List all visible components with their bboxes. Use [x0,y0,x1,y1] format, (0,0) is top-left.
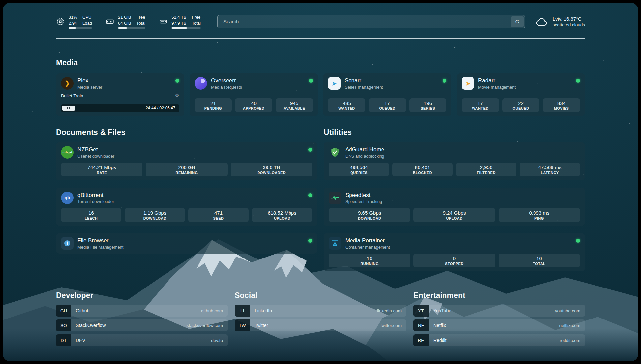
app-subtitle: Torrent downloader [77,199,114,204]
weather-location-temp: Lviv, 16.87°C [553,16,585,22]
settings-gear-icon[interactable]: ⚙ [175,93,179,98]
bookmark-abbr: TW [235,319,250,331]
stat-stopped: 0STOPPED [413,254,495,267]
bookmark-abbr: DT [56,334,71,346]
bookmark-abbr: NF [413,319,429,331]
bookmark-youtube[interactable]: YT YouTube youtube.com [413,305,585,317]
bookmark-dev[interactable]: DT DEV dev.to [56,334,228,346]
bookmark-stackoverflow[interactable]: SO StackOverflow stackoverflow.com [56,319,228,331]
section-documents-files: Documents & Files nzbget NZBGet Usenet d… [56,128,317,254]
filebrowser-card[interactable]: File Browser Media File Management [56,233,317,254]
bookmark-name: Netflix [433,323,446,328]
adguard-shield-icon [329,146,341,159]
cpu-percent: 31% [69,15,77,20]
bookmark-reddit[interactable]: RE Reddit reddit.com [413,334,585,346]
overseerr-card[interactable]: Overseerr Media Requests 21PENDING 40APP… [190,73,318,116]
memory-total: 64 GiB [118,20,131,26]
app-subtitle: Movie management [478,85,516,90]
radarr-icon: ➤ [462,77,474,90]
plex-icon: ❯ [61,77,74,90]
bookmark-url: github.com [201,308,223,313]
search-engine-button[interactable]: G [511,16,524,27]
speedtest-card[interactable]: Speedtest Speedtest Tracking 9.65 GbpsDO… [324,188,585,226]
bookmark-name: DEV [76,338,85,343]
stat-wanted: 17WANTED [462,98,499,112]
bookmark-name: Reddit [433,338,446,343]
sonarr-card[interactable]: ➤ Sonarr Series management 485WANTED 17Q… [323,73,451,116]
stat-running: 16RUNNING [329,254,410,267]
portainer-icon [329,237,341,250]
stat-ping: 0.993 msPING [499,208,580,222]
bookmark-url: linkedin.com [377,308,402,313]
plex-card[interactable]: ❯ Plex Media server Bullet Train ⚙ 24:44 [56,73,184,116]
app-name: Speedtest [345,192,382,198]
stat-filtered: 2,956FILTERED [456,163,516,176]
app-subtitle: Speedtest Tracking [345,199,382,204]
stat-upload: 618.52 MbpsUPLOAD [252,208,312,222]
bookmark-name: Twitter [255,323,268,328]
bookmark-name: YouTube [433,308,451,313]
top-bar: 31% 2.94 CPU Load [56,15,585,29]
qbittorrent-card[interactable]: qb qBittorrent Torrent downloader 16LEEC… [56,188,317,226]
memory-labels: Free Total [137,15,145,26]
search-input[interactable] [219,19,511,24]
media-section-title: Media [56,58,585,67]
stat-remaining: 266 GBREMAINING [146,163,227,176]
nzbget-icon: nzbget [61,146,74,159]
app-name: Sonarr [345,77,383,84]
app-subtitle: Series management [345,85,383,90]
stat-pending: 21PENDING [195,98,232,112]
status-online-dot [175,79,179,83]
bookmark-url: stackoverflow.com [187,323,223,328]
stat-download: 9.65 GbpsDOWNLOAD [329,208,410,222]
status-online-dot [576,79,580,83]
disk-labels: Free Total [192,15,200,26]
memory-icon [106,17,114,26]
bookmark-url: netflix.com [559,323,580,328]
cpu-stats-widget: 31% 2.94 CPU Load [56,15,99,29]
bookmark-twitter[interactable]: TW Twitter twitter.com [235,319,406,331]
search-bar: G [217,15,525,28]
nzbget-card[interactable]: nzbget NZBGet Usenet downloader 744.21 M… [56,142,317,180]
portainer-card[interactable]: Media Portainer Container management 16R… [324,233,585,271]
system-stats: 31% 2.94 CPU Load [56,15,207,29]
pause-button[interactable] [62,106,75,111]
app-name: Plex [77,77,102,84]
memory-free: 21 GiB [118,15,131,20]
disk-total: 97.9 TB [171,20,186,26]
sonarr-icon: ➤ [328,77,341,90]
cpu-load: 2.94 [69,20,77,26]
section-social: Social LI LinkedIn linkedin.com TW Twitt… [235,291,406,346]
stat-queued: 17QUEUED [369,98,406,112]
filebrowser-icon [61,237,74,250]
documents-section-title: Documents & Files [56,128,317,137]
player-time: 24:44 / 02:06:47 [146,106,178,110]
adguard-card[interactable]: AdGuard Home DNS and adblocking 498,564Q… [324,142,585,180]
stat-series: 196SERIES [409,98,446,112]
app-name: Radarr [478,77,516,84]
section-utilities: Utilities AdGu [324,128,585,271]
bookmark-github[interactable]: GH Github github.com [56,305,228,317]
header-divider [56,38,585,39]
bookmark-netflix[interactable]: NF Netflix netflix.com [413,319,585,331]
bookmark-linkedin[interactable]: LI LinkedIn linkedin.com [235,305,406,317]
bookmark-name: LinkedIn [255,308,272,313]
status-online-dot [309,79,313,83]
stat-seed: 471SEED [188,208,249,222]
cpu-progress-bar [69,27,92,29]
radarr-card[interactable]: ➤ Radarr Movie management 17WANTED 22QUE… [457,73,585,116]
app-name: NZBGet [77,146,114,153]
bookmark-name: Github [76,308,89,313]
player-progress-bar[interactable]: 24:44 / 02:06:47 [61,104,179,112]
entertainment-section-title: Entertainment [413,291,585,300]
bookmark-name: StackOverflow [76,323,106,328]
stat-downloaded: 39.6 TBDOWNLOADED [231,163,312,176]
status-online-dot [576,239,580,243]
app-subtitle: Usenet downloader [77,154,114,159]
stat-wanted: 485WANTED [328,98,365,112]
weather-widget: Lviv, 16.87°C scattered clouds [535,15,585,28]
disk-free: 52.4 TB [171,15,186,20]
cpu-values: 31% 2.94 [69,15,77,26]
stat-approved: 40APPROVED [235,98,272,112]
bookmark-url: twitter.com [380,323,402,328]
